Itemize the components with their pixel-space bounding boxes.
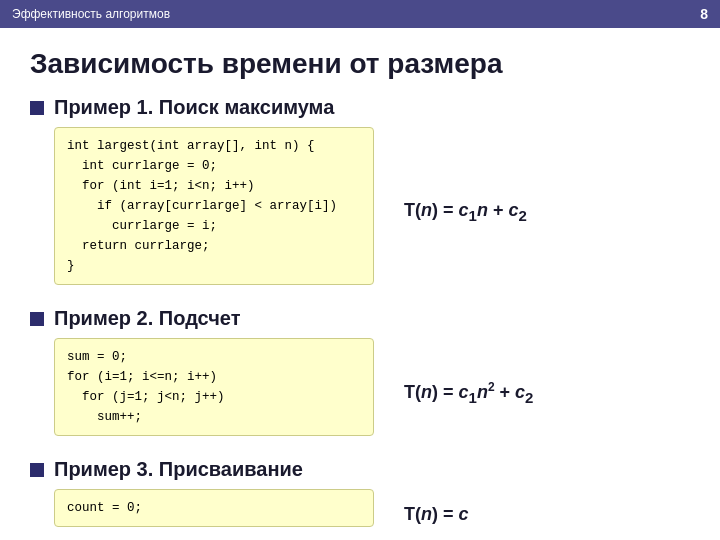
- example-2-block: Пример 2. Подсчет sum = 0; for (i=1; i<=…: [30, 307, 690, 448]
- example-1-row: int largest(int array[], int n) { int cu…: [30, 127, 690, 297]
- code-line: currlarge = i;: [67, 216, 361, 236]
- bullet-icon-2: [30, 312, 44, 326]
- bullet-icon-1: [30, 101, 44, 115]
- example-3-header: Пример 3. Присваивание: [30, 458, 690, 481]
- example-1-header: Пример 1. Поиск максимума: [30, 96, 690, 119]
- code-line: sum++;: [67, 407, 361, 427]
- example-1-code: int largest(int array[], int n) { int cu…: [54, 127, 374, 285]
- example-3-label: Пример 3. Присваивание: [54, 458, 303, 481]
- header-title: Эффективность алгоритмов: [12, 7, 170, 21]
- example-2-formula: T(n) = c1n2 + c2: [404, 380, 533, 406]
- code-line: if (array[currlarge] < array[i]): [67, 196, 361, 216]
- example-3-row: count = 0; T(n) = c: [30, 489, 690, 539]
- code-line: int largest(int array[], int n) {: [67, 136, 361, 156]
- code-line: for (j=1; j<n; j++): [67, 387, 361, 407]
- example-1-block: Пример 1. Поиск максимума int largest(in…: [30, 96, 690, 297]
- main-content: Зависимость времени от размера Пример 1.…: [0, 28, 720, 540]
- example-3-formula: T(n) = c: [404, 504, 469, 525]
- example-1-formula: T(n) = c1n + c2: [404, 200, 527, 224]
- code-line: sum = 0;: [67, 347, 361, 367]
- bullet-icon-3: [30, 463, 44, 477]
- example-2-label: Пример 2. Подсчет: [54, 307, 240, 330]
- example-3-code: count = 0;: [54, 489, 374, 527]
- example-1-label: Пример 1. Поиск максимума: [54, 96, 334, 119]
- header-bar: Эффективность алгоритмов 8: [0, 0, 720, 28]
- example-2-header: Пример 2. Подсчет: [30, 307, 690, 330]
- example-2-code: sum = 0; for (i=1; i<=n; i++) for (j=1; …: [54, 338, 374, 436]
- code-line: for (int i=1; i<n; i++): [67, 176, 361, 196]
- slide-number: 8: [700, 6, 708, 22]
- code-line: int currlarge = 0;: [67, 156, 361, 176]
- code-line: for (i=1; i<=n; i++): [67, 367, 361, 387]
- code-line: return currlarge;: [67, 236, 361, 256]
- example-3-block: Пример 3. Присваивание count = 0; T(n) =…: [30, 458, 690, 539]
- code-line: count = 0;: [67, 498, 361, 518]
- page-title: Зависимость времени от размера: [30, 48, 690, 80]
- code-line: }: [67, 256, 361, 276]
- example-2-row: sum = 0; for (i=1; i<=n; i++) for (j=1; …: [30, 338, 690, 448]
